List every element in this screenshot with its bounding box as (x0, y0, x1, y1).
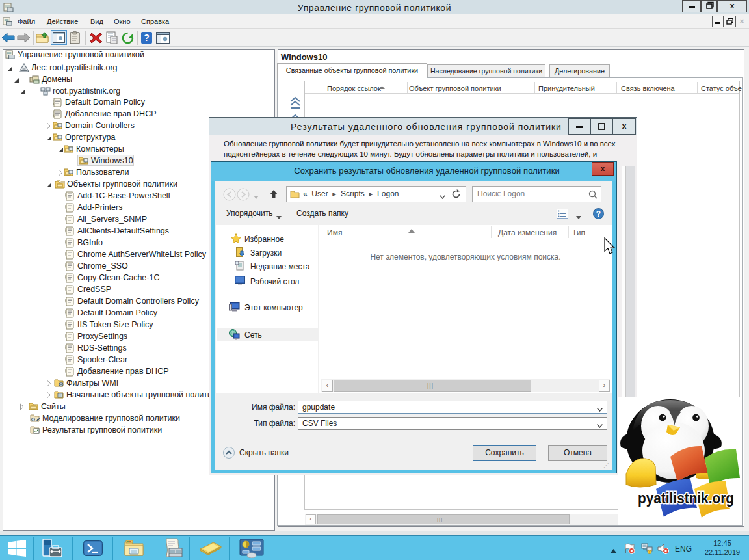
svg-text:?: ? (144, 33, 150, 43)
svg-text:?: ? (596, 209, 601, 219)
svg-text:pyatilistnik.org: pyatilistnik.org (638, 489, 734, 507)
